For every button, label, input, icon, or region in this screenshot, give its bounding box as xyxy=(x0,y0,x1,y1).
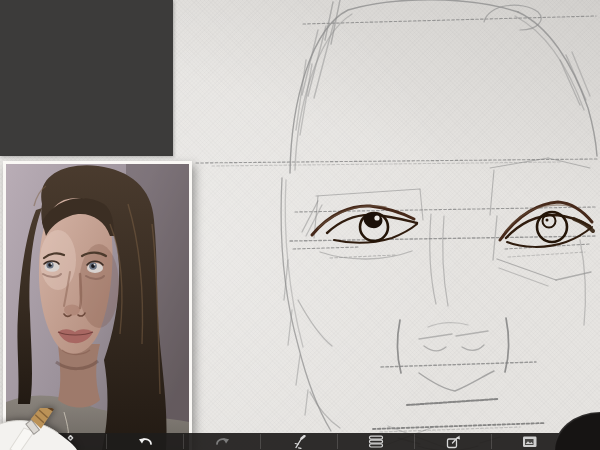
layers-button[interactable] xyxy=(359,433,393,450)
undo-button[interactable] xyxy=(128,433,162,450)
tools-button[interactable] xyxy=(282,433,316,450)
toolbar-separator xyxy=(337,434,338,449)
brush-tool-pod[interactable] xyxy=(0,408,88,450)
redo-arrow-icon xyxy=(215,436,230,447)
toolbar-separator xyxy=(414,434,415,449)
toolbar-separator xyxy=(260,434,261,449)
app-window xyxy=(0,0,600,450)
export-button[interactable] xyxy=(436,433,470,450)
reference-photo[interactable] xyxy=(3,161,192,450)
layers-icon xyxy=(368,435,384,448)
export-icon xyxy=(446,435,461,449)
brush-tool-icon xyxy=(292,435,307,449)
gallery-icon xyxy=(522,435,538,448)
undo-arrow-icon xyxy=(138,436,153,447)
toolbar-separator xyxy=(183,434,184,449)
empty-panel xyxy=(0,0,173,156)
redo-button[interactable] xyxy=(205,433,239,450)
tool-pod-shape xyxy=(0,408,88,450)
bottom-toolbar xyxy=(0,433,600,450)
toolbar-separator xyxy=(106,434,107,449)
gallery-button[interactable] xyxy=(513,433,547,450)
toolbar-separator xyxy=(491,434,492,449)
